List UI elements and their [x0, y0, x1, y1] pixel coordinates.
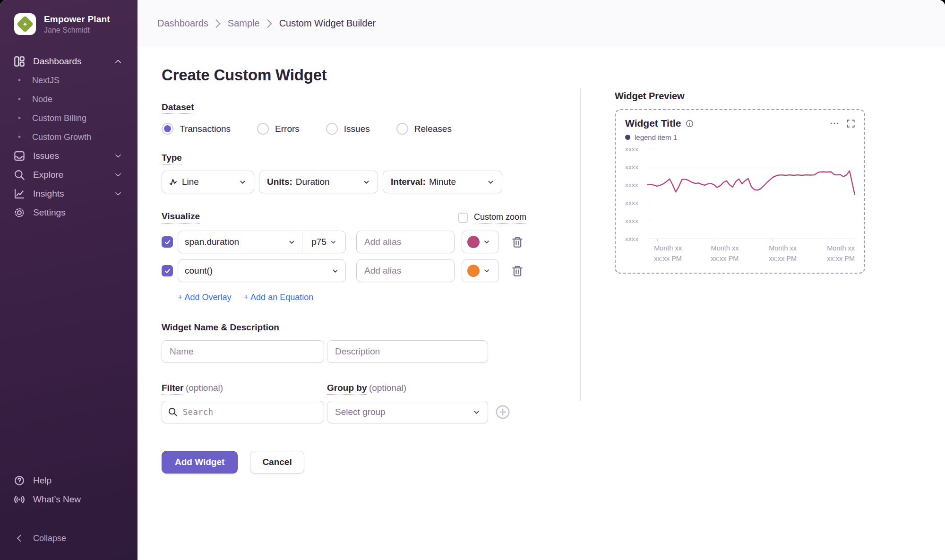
group-by-select[interactable]: Select group	[327, 401, 488, 423]
chevron-down-icon	[239, 179, 246, 186]
chevron-up-icon	[113, 58, 123, 65]
sidebar-item-label: Dashboards	[33, 56, 81, 67]
delete-series-button[interactable]	[509, 263, 525, 279]
org-logo-icon: ✦	[14, 13, 36, 35]
line-chart-glyph-icon	[170, 179, 177, 185]
expand-icon[interactable]	[847, 120, 855, 128]
sidebar-item-custom-billing[interactable]: •Custom Billing	[0, 109, 137, 128]
chart-y-axis: xxxxxxxxxxxxxxxxxxxxxxxx	[625, 149, 648, 239]
field-select[interactable]: span.duration	[178, 231, 302, 253]
y-axis-label: xxxx	[625, 199, 638, 207]
breadcrumb-current: Custom Widget Builder	[279, 18, 376, 29]
sidebar-item-label: Explore	[33, 170, 63, 180]
cancel-button[interactable]: Cancel	[250, 451, 304, 474]
x-axis-label-line: xx:xx PM	[711, 254, 739, 264]
sidebar-item-dashboards[interactable]: Dashboards	[0, 52, 137, 71]
series-color-select[interactable]	[462, 259, 499, 282]
dataset-option-label: Releases	[414, 124, 452, 134]
x-axis-label-line: Month xx	[711, 243, 739, 254]
gridline	[648, 185, 855, 185]
chevron-down-icon	[332, 267, 339, 275]
add-equation-link[interactable]: + Add an Equation	[244, 293, 314, 302]
sidebar-item-explore[interactable]: Explore	[0, 165, 137, 184]
field-value: span.duration	[185, 237, 239, 247]
dataset-option-issues[interactable]: Issues	[326, 123, 370, 135]
gridline	[648, 239, 855, 239]
sidebar-item-nextjs[interactable]: •NextJS	[0, 71, 137, 90]
dataset-label: Dataset	[162, 102, 194, 114]
radio-icon[interactable]	[257, 123, 269, 135]
widget-preview-title: Widget Preview	[615, 91, 945, 102]
filter-label: Filter	[162, 383, 183, 395]
sidebar-collapse-button[interactable]: Collapse	[0, 529, 137, 548]
breadcrumb-sample[interactable]: Sample	[228, 18, 260, 29]
x-axis-label: Month xxxx:xx PM	[827, 243, 855, 264]
sidebar-item-insights[interactable]: Insights	[0, 184, 137, 203]
chevron-right-icon	[215, 19, 221, 28]
interval-select[interactable]: Interval: Minute	[383, 171, 502, 193]
chart-plot-area	[648, 149, 855, 239]
sidebar-item-label: Help	[33, 475, 52, 486]
x-axis-label-line: xx:xx PM	[769, 254, 797, 264]
widget-name-input[interactable]	[162, 340, 324, 363]
filter-optional-label: (optional)	[186, 383, 223, 393]
bullet-icon: •	[16, 113, 23, 123]
dataset-option-label: Transactions	[180, 124, 231, 134]
add-widget-button[interactable]: Add Widget	[162, 451, 238, 474]
sidebar-item-help[interactable]: Help	[0, 471, 137, 490]
add-group-button[interactable]	[496, 405, 510, 419]
aggregate-select[interactable]: p75	[302, 231, 345, 253]
delete-series-button[interactable]	[509, 234, 525, 250]
sidebar-footer: Help What’s New Collapse	[0, 471, 137, 548]
series-color-select[interactable]	[462, 231, 499, 253]
plus-circle-icon	[496, 405, 510, 419]
alias-input[interactable]	[356, 231, 455, 253]
sidebar-item-settings[interactable]: Settings	[0, 203, 137, 222]
chevron-right-icon	[267, 19, 272, 28]
field-select[interactable]: count()	[178, 260, 345, 282]
display-type-select[interactable]: Line	[162, 171, 254, 193]
chart-legend[interactable]: legend item 1	[625, 133, 855, 141]
info-icon	[686, 120, 694, 128]
sidebar-item-label: Insights	[33, 189, 64, 199]
breadcrumb-dashboards[interactable]: Dashboards	[157, 18, 208, 29]
chart-x-axis: Month xxxx:xx PMMonth xxxx:xx PMMonth xx…	[648, 243, 855, 264]
radio-icon[interactable]	[326, 123, 338, 135]
sidebar-item-whats-new[interactable]: What’s New	[0, 490, 137, 509]
custom-zoom-checkbox[interactable]	[458, 213, 468, 223]
dashboards-icon	[14, 56, 25, 67]
x-axis-label-line: Month xx	[827, 243, 855, 254]
radio-selected-icon[interactable]	[162, 123, 173, 135]
sidebar-item-custom-growth[interactable]: •Custom Growth	[0, 128, 137, 146]
insights-icon	[14, 189, 25, 199]
dataset-option-errors[interactable]: Errors	[257, 123, 300, 135]
preview-widget-title: Widget Title	[625, 118, 681, 129]
gridline	[648, 203, 855, 203]
sidebar-item-node[interactable]: •Node	[0, 90, 137, 109]
org-switcher[interactable]: ✦ Empower Plant Jane Schmidt	[0, 13, 137, 35]
groupby-optional-label: (optional)	[369, 383, 406, 393]
overflow-menu-icon[interactable]	[830, 119, 839, 128]
dataset-option-releases[interactable]: Releases	[396, 123, 452, 135]
series-checkbox[interactable]	[162, 265, 173, 276]
add-overlay-link[interactable]: + Add Overlay	[178, 293, 232, 302]
widget-description-input[interactable]	[327, 340, 488, 363]
legend-label: legend item 1	[635, 133, 677, 141]
x-axis-label: Month xxxx:xx PM	[711, 243, 739, 264]
chevron-down-icon	[487, 179, 494, 186]
x-axis-label: Month xxxx:xx PM	[769, 243, 797, 264]
filter-search-input[interactable]	[162, 401, 324, 423]
custom-zoom-toggle[interactable]: Custom zoom	[458, 212, 526, 224]
chevron-left-icon	[15, 534, 24, 543]
sidebar-item-issues[interactable]: Issues	[0, 146, 137, 165]
dataset-option-label: Errors	[275, 124, 300, 134]
alias-input[interactable]	[356, 259, 455, 282]
units-select[interactable]: Units: Duration	[259, 171, 378, 193]
breadcrumb: Dashboards Sample Custom Widget Builder	[137, 0, 945, 47]
series-checkbox[interactable]	[162, 236, 173, 248]
widget-preview-card: Widget Title legend item 1	[615, 109, 865, 274]
chevron-down-icon	[363, 179, 370, 186]
dataset-option-transactions[interactable]: Transactions	[162, 123, 231, 135]
broadcast-icon	[14, 494, 25, 505]
radio-icon[interactable]	[396, 123, 408, 135]
